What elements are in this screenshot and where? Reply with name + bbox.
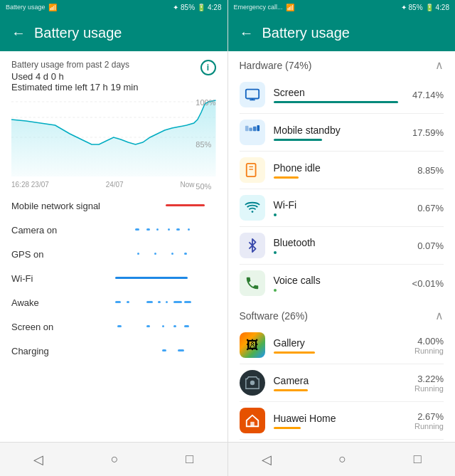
camera-sw-icon [240,370,265,396]
mobile-network-bar [166,204,205,206]
activity-camera: Camera on [11,218,216,242]
huawei-home-bar [274,427,301,429]
screen-percent: 47.14% [412,90,444,100]
bluetooth-icon-left: ✦ [173,4,178,11]
huawei-home-percent: 2.67% [412,411,444,422]
software-title: Software (26%) [240,310,308,322]
battery-left: 85% [181,4,195,11]
bluetooth-info: Bluetooth [274,237,412,254]
software-section-header[interactable]: Software (26%) ∧ [228,302,456,327]
svg-rect-7 [249,128,252,132]
chart-100-label: 100% [196,98,215,107]
hardware-title: Hardware (74%) [240,60,312,71]
right-content: Hardware (74%) ∧ Screen 47.14% Mobile st… [228,51,456,442]
voice-calls-percent: <0.01% [412,278,444,289]
svg-rect-8 [252,127,256,131]
software-item-gallery[interactable]: 🖼 Gallery 4.00% Running [228,327,456,364]
battery-from-label: Battery usage from past 2 days [11,60,138,70]
voice-calls-info: Voice calls [274,275,412,292]
awake-label: Awake [11,297,104,308]
right-status-bar: Emergency call... 📶 ✦ 85% 🔋 4:28 [228,0,456,14]
gallery-status: Running [412,347,444,355]
screen-on-label: Screen on [11,322,104,332]
chart-time-start: 16:28 23/07 [11,181,49,189]
voice-calls-dot [274,289,277,292]
chart-labels: 100% 85% 50% [196,98,215,191]
charging-label: Charging [11,346,104,356]
software-chevron: ∧ [435,309,444,322]
emergency-call-right: Emergency call... [234,4,283,11]
wifi-label: Wi-Fi [11,273,104,284]
svg-rect-15 [250,422,255,426]
recents-nav-left[interactable]: □ [171,446,208,472]
screen-on-bars [104,319,216,334]
camera-label: Camera on [11,225,104,236]
back-nav-right[interactable]: ◁ [247,446,286,473]
huawei-home-stats: 2.67% Running [412,411,444,430]
svg-rect-9 [257,125,259,131]
svg-rect-6 [245,126,248,131]
left-back-button[interactable]: ← [11,25,26,41]
hardware-item-wifi[interactable]: Wi-Fi 0.67% [228,189,456,226]
battery-icon-right: 🔋 [425,4,434,11]
info-icon[interactable]: i [200,60,216,75]
charging-bars [104,344,216,358]
hardware-item-phone-idle[interactable]: Phone idle 8.85% [228,152,456,189]
battery-chart: 100% 85% 50% 16:28 [11,98,216,191]
software-item-camera[interactable]: Camera 3.22% Running [228,364,456,401]
right-header-title: Battery usage [262,25,350,41]
activity-mobile-network: Mobile network signal [11,194,216,218]
left-panel: Battery usage 📶 ✦ 85% 🔋 4:28 ← Battery u… [0,0,228,476]
bluetooth-icon [240,233,265,258]
mobile-standby-percent: 17.59% [412,127,444,138]
bluetooth-percent: 0.07% [412,240,444,251]
activity-gps: GPS on [11,242,216,266]
home-nav-right[interactable]: ○ [324,446,360,472]
mobile-standby-info: Mobile standby [274,125,412,141]
hardware-item-bluetooth[interactable]: Bluetooth 0.07% [228,227,456,264]
signal-icon-right: 📶 [286,4,294,11]
hardware-item-voice-calls[interactable]: Voice calls <0.01% [228,265,456,302]
gallery-icon: 🖼 [240,332,265,358]
right-bottom-nav: ◁ ○ □ [228,442,456,476]
camera-stats: 3.22% Running [412,374,444,393]
hardware-item-mobile-standby[interactable]: Mobile standby 17.59% [228,114,456,151]
time-right: 4:28 [436,4,449,11]
voice-calls-name: Voice calls [274,275,412,286]
software-item-huawei-home[interactable]: Huawei Home 2.67% Running [228,402,456,439]
back-nav-left[interactable]: ◁ [19,446,58,473]
phone-idle-info: Phone idle [274,162,412,179]
mobile-network-bars [104,199,216,213]
activity-awake: Awake [11,290,216,314]
svg-rect-3 [245,90,258,99]
screen-icon [240,82,265,107]
home-nav-left[interactable]: ○ [97,446,133,472]
gallery-name: Gallery [274,337,412,349]
huawei-home-icon [240,408,265,433]
huawei-home-info: Huawei Home [274,413,412,429]
gps-label: GPS on [11,249,104,260]
phone-idle-bar [274,176,299,179]
battery-used-label: Used 4 d 0 h [11,71,138,82]
wifi-hw-name: Wi-Fi [274,199,412,211]
activity-wifi: Wi-Fi [11,266,216,290]
bluetooth-name: Bluetooth [274,237,412,248]
gallery-bar [274,351,315,354]
bluetooth-icon-right: ✦ [401,4,407,11]
hardware-section-header[interactable]: Hardware (74%) ∧ [228,51,456,76]
huawei-home-status: Running [412,422,444,430]
camera-sw-name: Camera [274,375,412,386]
camera-bars [104,223,216,237]
hardware-item-screen[interactable]: Screen 47.14% [228,76,456,113]
emergency-call-left: Battery usage [6,4,46,11]
svg-rect-10 [246,164,255,176]
wifi-hw-info: Wi-Fi [274,199,412,216]
left-status-bar: Battery usage 📶 ✦ 85% 🔋 4:28 [0,0,228,14]
camera-status: Running [412,384,444,393]
right-back-button[interactable]: ← [240,25,254,41]
mobile-standby-name: Mobile standby [274,125,412,136]
chart-85-label: 85% [196,140,215,149]
recents-nav-right[interactable]: □ [400,446,436,472]
signal-icon-left: 📶 [48,4,57,11]
screen-bar [274,101,398,103]
